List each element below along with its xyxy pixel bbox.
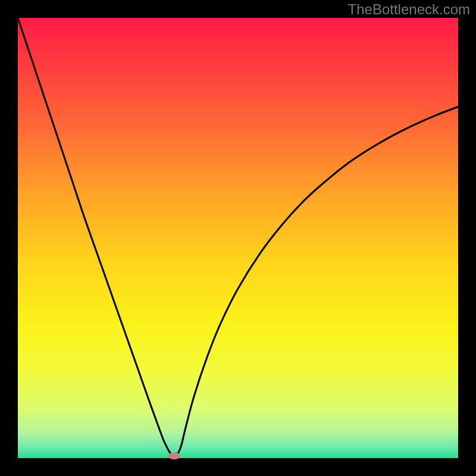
watermark-text: TheBottleneck.com xyxy=(348,1,470,18)
bottleneck-chart: TheBottleneck.com xyxy=(0,0,476,476)
minimum-marker xyxy=(168,452,180,459)
chart-canvas xyxy=(0,0,476,476)
plot-area xyxy=(18,18,458,458)
